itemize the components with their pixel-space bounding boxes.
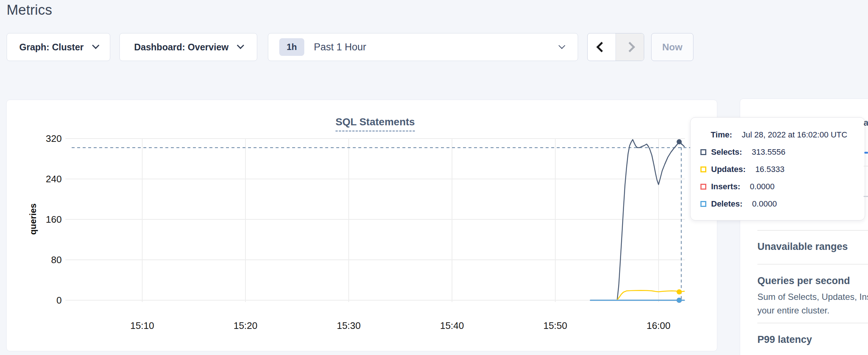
time-range-badge: 1h: [279, 38, 304, 56]
clipped-sidebar-fragment: [864, 196, 868, 197]
summary-qps-description-line: your entire cluster.: [757, 305, 829, 316]
y-tick-label: 160: [40, 214, 62, 225]
dashboard-dropdown[interactable]: Dashboard: Overview: [119, 33, 257, 61]
summary-qps-description-line: Sum of Selects, Updates, Inser: [757, 292, 868, 302]
chevron-left-icon: [596, 42, 607, 52]
tooltip-time-value: Jul 28, 2022 at 16:02:00 UTC: [742, 130, 847, 140]
chevron-right-icon: [625, 42, 635, 52]
updates-data-point-dot: [677, 289, 682, 294]
tooltip-series-value: 313.5556: [752, 147, 785, 157]
tooltip-series-row: Deletes: 0.0000: [700, 198, 777, 209]
x-tick-label: 15:20: [223, 320, 268, 331]
sql-statements-chart[interactable]: [65, 132, 691, 305]
x-tick-label: 15:30: [327, 320, 371, 331]
tooltip-series-value: 0.0000: [752, 199, 777, 209]
tooltip-series-label: Selects:: [711, 147, 742, 157]
clipped-sidebar-divider-fragment: [864, 166, 868, 166]
tooltip-series-row: Selects: 313.5556: [700, 147, 785, 158]
time-range-label: Past 1 Hour: [314, 42, 366, 53]
time-range-dropdown[interactable]: 1h Past 1 Hour: [268, 33, 578, 61]
tooltip-time-label: Time:: [711, 130, 732, 140]
tooltip-series-value: 16.5333: [755, 165, 785, 174]
y-tick-label: 80: [40, 254, 62, 266]
step-forward-button[interactable]: [616, 33, 644, 61]
clipped-sidebar-fragment: [864, 152, 868, 154]
inserts-legend-swatch: [700, 184, 706, 190]
now-button-label: Now: [662, 42, 682, 53]
graph-scope-dropdown[interactable]: Graph: Cluster: [7, 33, 110, 61]
x-tick-label: 15:40: [430, 320, 474, 331]
summary-p99-latency-heading: P99 latency: [757, 334, 812, 345]
time-step-button-group: [587, 33, 644, 61]
dashboard-dropdown-label: Dashboard: Overview: [134, 42, 229, 53]
tooltip-series-label: Deletes:: [711, 199, 743, 209]
y-axis-label: queries: [28, 182, 37, 256]
deletes-legend-swatch: [700, 201, 706, 207]
y-tick-label: 0: [40, 295, 62, 306]
chart-tooltip: Time: Jul 28, 2022 at 16:02:00 UTC Selec…: [690, 117, 865, 220]
tooltip-time-row: Time: Jul 28, 2022 at 16:02:00 UTC: [711, 129, 847, 140]
chevron-down-icon: [92, 42, 99, 49]
page-title: Metrics: [7, 2, 52, 18]
chevron-down-icon: [237, 42, 244, 49]
tooltip-series-value: 0.0000: [750, 182, 774, 191]
graph-scope-dropdown-label: Graph: Cluster: [19, 42, 83, 53]
x-tick-label: 15:10: [120, 320, 164, 331]
now-button[interactable]: Now: [651, 33, 693, 61]
selects-data-point-dot: [677, 139, 682, 144]
chart-title[interactable]: SQL Statements: [336, 116, 415, 132]
divider: [757, 230, 868, 231]
clipped-sidebar-text-fragment: a: [864, 118, 868, 127]
summary-qps-heading: Queries per second: [757, 275, 850, 287]
updates-series-line: [617, 290, 685, 300]
y-tick-label: 320: [40, 133, 62, 144]
chart-title-wrap: SQL Statements: [65, 116, 685, 132]
tooltip-series-label: Updates:: [711, 165, 746, 174]
divider: [757, 264, 868, 265]
deletes-data-point-dot: [677, 298, 682, 303]
x-tick-label: 15:50: [533, 320, 577, 331]
x-tick-label: 16:00: [636, 320, 681, 331]
tooltip-series-row: Updates: 16.5333: [700, 164, 785, 175]
y-tick-label: 240: [40, 173, 62, 185]
divider: [757, 323, 868, 323]
summary-unavailable-ranges-heading: Unavailable ranges: [757, 241, 848, 252]
tooltip-series-row: Inserts: 0.0000: [700, 181, 775, 192]
selects-legend-swatch: [700, 149, 706, 155]
tooltip-series-label: Inserts:: [711, 182, 740, 191]
updates-legend-swatch: [700, 166, 706, 172]
chevron-down-icon: [559, 42, 565, 49]
step-back-button[interactable]: [588, 33, 616, 61]
